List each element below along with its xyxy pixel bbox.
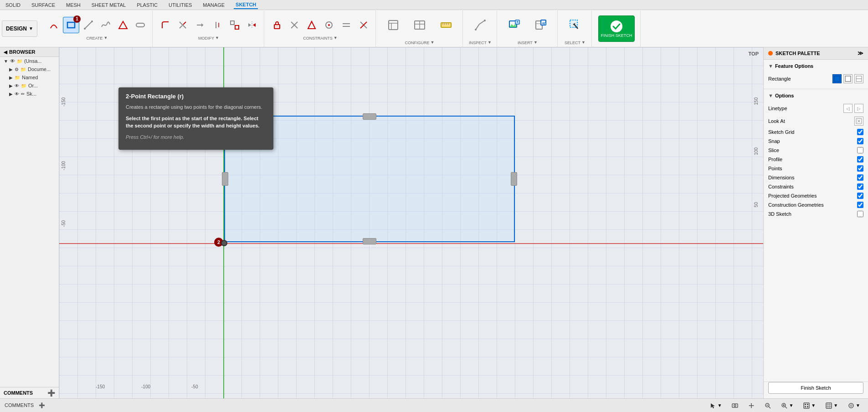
extend-button[interactable] <box>192 17 208 33</box>
svg-rect-13 <box>231 21 234 25</box>
configure-label-row: CONFIGURE ▼ <box>405 40 434 45</box>
dimensions-checkbox[interactable] <box>857 174 863 181</box>
tooltip-title: 2-Point Rectangle (r) <box>126 93 266 100</box>
rect-option3-btn[interactable] <box>854 74 863 83</box>
grid-display-btn[interactable]: ▼ <box>822 401 841 410</box>
table-button[interactable] <box>407 12 432 38</box>
pan-btn[interactable] <box>745 401 758 410</box>
svg-rect-76 <box>805 406 806 407</box>
triangle-button[interactable] <box>115 17 131 33</box>
svg-point-39 <box>475 29 477 31</box>
configure-button[interactable] <box>380 12 406 38</box>
3d-sketch-checkbox[interactable] <box>857 211 863 217</box>
top-dim-handle[interactable] <box>363 113 376 120</box>
design-button[interactable]: DESIGN ▼ <box>2 20 37 37</box>
browser-item-root-label: (Unsa... <box>24 58 42 64</box>
look-at-btn[interactable] <box>854 117 863 126</box>
zoom-fit-btn[interactable] <box>761 401 774 410</box>
cursor-mode-btn[interactable]: ▼ <box>706 401 725 410</box>
design-label: DESIGN <box>6 25 27 32</box>
options-label: Options <box>775 93 794 98</box>
browser-item-named[interactable]: ▶ 📁 Named <box>0 73 59 81</box>
menu-plastic[interactable]: PLASTIC <box>135 1 159 9</box>
snap-row: Snap <box>768 137 863 146</box>
select-button[interactable] <box>562 12 588 38</box>
constraints-checkbox[interactable] <box>857 183 863 190</box>
browser-item-document[interactable]: ▶ ⚙ 📁 Docume... <box>0 65 59 73</box>
feature-options-header[interactable]: ▼ Feature Options <box>768 63 863 69</box>
comments-add-icon[interactable]: ➕ <box>47 389 55 397</box>
tangent-button[interactable] <box>321 17 337 33</box>
create-chevron[interactable]: ▼ <box>103 36 108 40</box>
trim-button[interactable] <box>175 17 191 33</box>
menu-sheet-metal[interactable]: SHEET METAL <box>90 1 128 9</box>
mirror-button[interactable] <box>244 17 260 33</box>
linetype-arrow-btn[interactable]: ◁ <box>843 104 853 113</box>
menu-manage[interactable]: MANAGE <box>201 1 226 9</box>
zoom-btn[interactable]: ▼ <box>778 401 796 410</box>
coincident-button[interactable] <box>286 17 303 33</box>
origin-vis-icon[interactable]: 👁 <box>15 83 19 88</box>
tooltip-2point-rect: 2-Point Rectangle (r) Creates a rectangl… <box>118 87 273 150</box>
rect-filled-btn[interactable] <box>832 74 842 83</box>
insert-image-button[interactable] <box>502 12 527 38</box>
origin-folder-icon: 📁 <box>21 83 26 88</box>
fillet-button[interactable] <box>157 17 174 33</box>
comments-add-btn[interactable]: ➕ <box>39 402 45 408</box>
profile-checkbox[interactable] <box>857 156 863 163</box>
insert-dxf-button[interactable] <box>528 12 554 38</box>
equal-button[interactable] <box>338 17 354 33</box>
spline-button[interactable] <box>98 17 114 33</box>
browser-item-root[interactable]: ▼ 👁 📁 (Unsa... <box>0 57 59 65</box>
named-folder-icon: 📁 <box>15 75 20 80</box>
left-dim-handle[interactable] <box>222 172 228 186</box>
finish-sketch-toolbar-button[interactable]: FINISH SKETCH <box>598 15 635 42</box>
svg-rect-5 <box>136 23 144 27</box>
slice-checkbox[interactable] <box>857 147 863 153</box>
projected-geo-row: Projected Geometries <box>768 191 863 200</box>
finish-sketch-btn[interactable]: Finish Sketch <box>768 382 863 394</box>
construction-geo-checkbox[interactable] <box>857 202 863 208</box>
projected-geo-checkbox[interactable] <box>857 193 863 199</box>
render-settings-btn[interactable]: ▼ <box>845 401 863 410</box>
menu-utilities[interactable]: UTILITIES <box>167 1 194 9</box>
scale-button[interactable] <box>226 17 243 33</box>
menu-sketch[interactable]: SKETCH <box>234 1 258 9</box>
display-mode-btn[interactable]: ▼ <box>800 401 819 410</box>
inspect-button[interactable] <box>467 12 493 38</box>
browser-item-origin[interactable]: ▶ 👁 📁 Or... <box>0 81 59 90</box>
menu-solid[interactable]: SOLID <box>4 1 22 9</box>
points-checkbox[interactable] <box>857 165 863 172</box>
fix-button[interactable] <box>355 17 372 33</box>
root-vis-icon[interactable]: 👁 <box>10 58 15 64</box>
ruler-button[interactable] <box>433 12 459 38</box>
browser-item-sketch[interactable]: ▶ 👁 ✏ Sk... <box>0 90 59 98</box>
panel-expand-icon[interactable]: ≫ <box>858 50 863 56</box>
svg-rect-74 <box>805 404 806 405</box>
lock-button[interactable] <box>269 17 285 33</box>
arc-button[interactable] <box>46 17 62 33</box>
menu-mesh[interactable]: MESH <box>64 1 82 9</box>
right-dim-handle[interactable] <box>511 172 517 186</box>
linetype-option-btn[interactable]: ▷ <box>854 104 863 113</box>
sketch-grid-checkbox[interactable] <box>857 129 863 135</box>
camera-btn[interactable] <box>729 401 741 410</box>
sketch-vis-icon[interactable]: 👁 <box>15 92 19 97</box>
constraints-chevron[interactable]: ▼ <box>334 36 338 40</box>
menu-surface[interactable]: SURFACE <box>30 1 57 9</box>
offset-button[interactable] <box>209 17 226 33</box>
snap-checkbox[interactable] <box>857 138 863 144</box>
modify-chevron[interactable]: ▼ <box>215 36 219 40</box>
collinear-button[interactable] <box>303 17 320 33</box>
options-header[interactable]: ▼ Options <box>768 93 863 98</box>
status-bar: COMMENTS ➕ ▼ ▼ ▼ ▼ ▼ <box>0 398 868 412</box>
rectangle-row: Rectangle <box>768 72 863 85</box>
line-button[interactable] <box>80 17 97 33</box>
svg-rect-53 <box>834 76 840 81</box>
rect-outline-btn[interactable] <box>843 74 853 83</box>
browser-collapse-icon[interactable]: ◀ <box>4 50 7 55</box>
rectangle-button[interactable]: 1 <box>63 17 79 33</box>
slot-button[interactable] <box>132 17 149 33</box>
svg-line-1 <box>85 21 92 29</box>
bottom-dim-handle[interactable] <box>363 238 376 244</box>
